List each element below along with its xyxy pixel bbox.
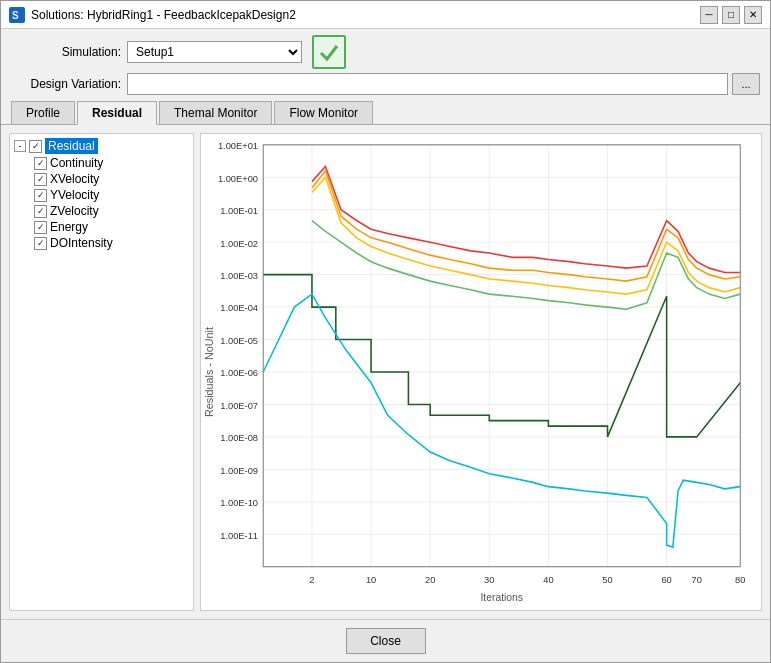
tree-root-label: Residual: [45, 138, 98, 154]
chart-area: 1.00E+01 1.00E+00 1.00E-01 1.00E-02 1.00…: [200, 133, 762, 611]
checkbox-continuity[interactable]: [34, 157, 47, 170]
svg-text:Iterations: Iterations: [480, 591, 523, 603]
residuals-chart: 1.00E+01 1.00E+00 1.00E-01 1.00E-02 1.00…: [201, 134, 761, 610]
svg-text:1.00E+00: 1.00E+00: [218, 172, 258, 183]
svg-text:70: 70: [692, 574, 702, 585]
svg-text:Residuals - NoUnit: Residuals - NoUnit: [204, 327, 216, 417]
svg-text:1.00E+01: 1.00E+01: [218, 140, 258, 151]
title-bar-left: S Solutions: HybridRing1 - FeedbackIcepa…: [9, 7, 296, 23]
design-variation-input-row: ...: [127, 73, 760, 95]
checkbox-energy[interactable]: [34, 221, 47, 234]
svg-text:1.00E-07: 1.00E-07: [220, 400, 258, 411]
minimize-button[interactable]: ─: [700, 6, 718, 24]
tab-profile[interactable]: Profile: [11, 101, 75, 124]
svg-text:1.00E-04: 1.00E-04: [220, 302, 258, 313]
svg-text:30: 30: [484, 574, 494, 585]
tree-node-continuity: Continuity: [34, 156, 189, 170]
svg-text:1.00E-02: 1.00E-02: [220, 237, 258, 248]
label-zvelocity: ZVelocity: [50, 204, 99, 218]
svg-text:1.00E-11: 1.00E-11: [220, 529, 258, 540]
design-variation-label: Design Variation:: [11, 77, 121, 91]
svg-text:1.00E-10: 1.00E-10: [220, 497, 258, 508]
app-icon: S: [9, 7, 25, 23]
main-content: - Residual Continuity XVelocity YVelocit…: [1, 125, 770, 619]
checkbox-zvelocity[interactable]: [34, 205, 47, 218]
label-energy: Energy: [50, 220, 88, 234]
tree-node-yvelocity: YVelocity: [34, 188, 189, 202]
close-button[interactable]: ✕: [744, 6, 762, 24]
tree-root-row: - Residual: [14, 138, 189, 154]
main-window: S Solutions: HybridRing1 - FeedbackIcepa…: [0, 0, 771, 663]
tree-panel: - Residual Continuity XVelocity YVelocit…: [9, 133, 194, 611]
simulation-row: Simulation: Setup1: [11, 35, 760, 69]
checkbox-dointensity[interactable]: [34, 237, 47, 250]
tab-residual[interactable]: Residual: [77, 101, 157, 125]
svg-text:1.00E-09: 1.00E-09: [220, 465, 258, 476]
form-area: Simulation: Setup1 Design Variation: ...: [1, 29, 770, 101]
label-xvelocity: XVelocity: [50, 172, 99, 186]
svg-text:1.00E-03: 1.00E-03: [220, 270, 258, 281]
svg-text:60: 60: [661, 574, 671, 585]
design-variation-input[interactable]: [127, 73, 728, 95]
root-checkbox[interactable]: [29, 140, 42, 153]
label-continuity: Continuity: [50, 156, 103, 170]
close-button[interactable]: Close: [346, 628, 426, 654]
svg-text:1.00E-01: 1.00E-01: [220, 205, 258, 216]
ok-check-icon[interactable]: [312, 35, 346, 69]
svg-text:10: 10: [366, 574, 376, 585]
svg-text:40: 40: [543, 574, 553, 585]
svg-text:1.00E-05: 1.00E-05: [220, 335, 258, 346]
title-bar-controls: ─ □ ✕: [700, 6, 762, 24]
title-bar: S Solutions: HybridRing1 - FeedbackIcepa…: [1, 1, 770, 29]
svg-text:50: 50: [602, 574, 612, 585]
tab-flow[interactable]: Flow Monitor: [274, 101, 373, 124]
footer: Close: [1, 619, 770, 662]
checkbox-yvelocity[interactable]: [34, 189, 47, 202]
tabs-bar: Profile Residual Themal Monitor Flow Mon…: [1, 101, 770, 125]
label-dointensity: DOIntensity: [50, 236, 113, 250]
svg-text:1.00E-08: 1.00E-08: [220, 432, 258, 443]
tree-node-zvelocity: ZVelocity: [34, 204, 189, 218]
simulation-label: Simulation:: [11, 45, 121, 59]
tree-node-xvelocity: XVelocity: [34, 172, 189, 186]
browse-button[interactable]: ...: [732, 73, 760, 95]
tab-thermal[interactable]: Themal Monitor: [159, 101, 272, 124]
svg-text:20: 20: [425, 574, 435, 585]
maximize-button[interactable]: □: [722, 6, 740, 24]
svg-text:S: S: [12, 10, 19, 21]
checkbox-xvelocity[interactable]: [34, 173, 47, 186]
svg-rect-2: [263, 145, 740, 567]
simulation-select[interactable]: Setup1: [127, 41, 302, 63]
svg-text:2: 2: [309, 574, 314, 585]
tree-expand-button[interactable]: -: [14, 140, 26, 152]
svg-text:80: 80: [735, 574, 745, 585]
tree-node-dointensity: DOIntensity: [34, 236, 189, 250]
label-yvelocity: YVelocity: [50, 188, 99, 202]
window-title: Solutions: HybridRing1 - FeedbackIcepakD…: [31, 8, 296, 22]
svg-text:1.00E-06: 1.00E-06: [220, 367, 258, 378]
tree-node-energy: Energy: [34, 220, 189, 234]
design-variation-row: Design Variation: ...: [11, 73, 760, 95]
